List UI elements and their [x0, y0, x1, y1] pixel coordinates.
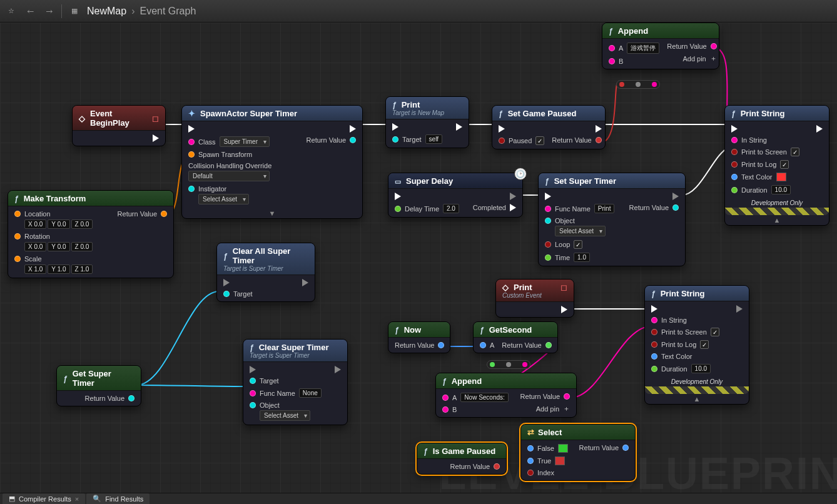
- exec-output-pin[interactable]: [561, 306, 567, 313]
- breadcrumb-graph[interactable]: Event Graph: [140, 6, 196, 17]
- back-icon[interactable]: 🡐: [24, 5, 36, 18]
- exec-input-pin[interactable]: [651, 305, 657, 313]
- exec-output-pin[interactable]: [736, 305, 743, 313]
- exec-input-pin[interactable]: [188, 125, 195, 133]
- funcname-input[interactable]: None: [299, 388, 322, 398]
- duration-input[interactable]: 10.0: [691, 364, 711, 373]
- print-screen-checkbox[interactable]: [791, 148, 799, 156]
- node-get-second[interactable]: GetSecond A Return Value: [473, 321, 558, 353]
- graph-canvas[interactable]: LEVEL BLUEPRIN Event BeginPlay◻ SpawnAct…: [0, 23, 837, 493]
- return-pin[interactable]: [672, 204, 679, 211]
- paused-pin[interactable]: [499, 138, 505, 144]
- collapse-arrow-icon[interactable]: ▲: [725, 215, 829, 225]
- breadcrumb-level[interactable]: NewMap: [87, 6, 126, 17]
- reroute-node[interactable]: [487, 360, 530, 369]
- instring-pin[interactable]: [651, 317, 657, 323]
- return-pin[interactable]: [711, 43, 717, 49]
- instring-pin[interactable]: [731, 137, 738, 143]
- exec-input-pin[interactable]: [731, 125, 738, 133]
- tab-find-results[interactable]: 🔍Find Results: [86, 493, 150, 504]
- node-set-game-paused[interactable]: Set Game Paused Paused Return Value: [492, 105, 606, 149]
- transform-pin[interactable]: [188, 151, 195, 158]
- exec-output-pin[interactable]: [510, 193, 516, 200]
- graph-icon[interactable]: ▦: [68, 5, 81, 18]
- a-pin[interactable]: [609, 45, 615, 51]
- return-pin[interactable]: [494, 463, 500, 470]
- node-set-super-timer[interactable]: Set Super Timer Func NamePrint Object Se…: [538, 173, 686, 266]
- object-dropdown[interactable]: Select Asset: [260, 410, 310, 421]
- expand-arrow-icon[interactable]: ▼: [182, 208, 362, 218]
- node-is-game-paused[interactable]: Is Game Paused Return Value: [417, 443, 507, 475]
- forward-icon[interactable]: 🡒: [43, 5, 55, 18]
- text-color-swatch[interactable]: [776, 173, 786, 181]
- return-pin[interactable]: [438, 342, 444, 348]
- node-get-super-timer[interactable]: Get Super Timer Return Value: [56, 365, 141, 406]
- exec-output-pin[interactable]: [350, 125, 356, 133]
- node-append-top[interactable]: Append A游戏暂停 B Return Value Add pin＋: [602, 23, 719, 69]
- instigator-pin[interactable]: [188, 186, 195, 192]
- return-pin[interactable]: [596, 137, 602, 143]
- exec-input-pin[interactable]: [499, 125, 505, 133]
- a-input[interactable]: 游戏暂停: [627, 43, 659, 54]
- b-pin[interactable]: [442, 406, 449, 413]
- true-color[interactable]: [555, 456, 565, 465]
- node-print-string-1[interactable]: Print String In String Print to Screen P…: [724, 105, 829, 226]
- return-pin[interactable]: [564, 393, 570, 400]
- class-dropdown[interactable]: Super Timer: [220, 136, 270, 147]
- node-print-fn[interactable]: PrintTarget is New Map Targetself: [385, 96, 469, 148]
- funcname-input[interactable]: Print: [594, 204, 615, 213]
- class-pin[interactable]: [188, 139, 195, 145]
- exec-input-pin[interactable]: [223, 279, 230, 286]
- scale-pin[interactable]: [14, 256, 21, 262]
- print-screen-checkbox[interactable]: [711, 328, 719, 336]
- exec-input-pin[interactable]: [250, 366, 256, 373]
- exec-output-pin[interactable]: [153, 134, 159, 142]
- return-pin[interactable]: [622, 445, 629, 451]
- exec-output-pin[interactable]: [335, 366, 341, 373]
- reroute-node[interactable]: [616, 80, 660, 89]
- exec-output-pin[interactable]: [816, 125, 823, 133]
- exec-output-pin[interactable]: [672, 193, 679, 200]
- node-make-transform[interactable]: Make Transform Location X 0.0 Y 0.0 Z 0.…: [8, 190, 174, 278]
- node-clear-all[interactable]: Clear All Super TimerTarget is Super Tim…: [216, 243, 315, 302]
- a-input[interactable]: Now Seconds:: [460, 393, 508, 402]
- a-pin[interactable]: [442, 395, 449, 401]
- exec-input-pin[interactable]: [545, 193, 551, 200]
- exec-output-pin[interactable]: [456, 123, 462, 131]
- target-pin[interactable]: [392, 136, 398, 143]
- node-clear-super[interactable]: Clear Super TimerTarget is Super Timer T…: [243, 339, 348, 425]
- instigator-dropdown[interactable]: Select Asset: [198, 194, 249, 204]
- node-super-delay[interactable]: Super Delay Delay Time2.0 Completed: [388, 173, 523, 218]
- tab-compiler-results[interactable]: ⬒Compiler Results×: [3, 493, 85, 504]
- completed-pin[interactable]: [510, 204, 516, 211]
- print-log-checkbox[interactable]: [700, 340, 709, 349]
- a-pin[interactable]: [480, 342, 486, 348]
- node-append-mid[interactable]: Append ANow Seconds: B Return Value Add …: [435, 373, 577, 418]
- loop-checkbox[interactable]: [574, 240, 582, 249]
- print-log-checkbox[interactable]: [780, 160, 789, 169]
- exec-output-pin[interactable]: [596, 125, 602, 133]
- exec-output-pin[interactable]: [302, 279, 308, 286]
- delay-input[interactable]: 2.0: [443, 204, 459, 213]
- close-icon[interactable]: ×: [75, 495, 79, 503]
- exec-input-pin[interactable]: [392, 123, 398, 131]
- collision-dropdown[interactable]: Default: [188, 171, 270, 181]
- delay-pin[interactable]: [395, 206, 401, 212]
- rotation-pin[interactable]: [14, 233, 21, 239]
- return-pin[interactable]: [161, 211, 167, 217]
- b-pin[interactable]: [609, 58, 615, 64]
- location-pin[interactable]: [14, 211, 21, 217]
- paused-checkbox[interactable]: [535, 136, 544, 145]
- false-color[interactable]: [558, 444, 568, 453]
- node-print-event[interactable]: Print◻Custom Event: [495, 279, 574, 318]
- return-pin[interactable]: [545, 342, 552, 348]
- add-pin-icon[interactable]: ＋: [563, 404, 570, 413]
- node-spawnactor[interactable]: SpawnActor Super Timer ClassSuper Timer …: [181, 105, 363, 219]
- target-pin[interactable]: [223, 291, 230, 297]
- duration-input[interactable]: 10.0: [771, 185, 791, 194]
- return-pin[interactable]: [128, 395, 134, 401]
- time-input[interactable]: 1.0: [574, 253, 590, 262]
- target-pin[interactable]: [250, 378, 256, 384]
- collapse-arrow-icon[interactable]: ▲: [645, 394, 749, 404]
- node-print-string-2[interactable]: Print String In String Print to Screen P…: [644, 285, 749, 405]
